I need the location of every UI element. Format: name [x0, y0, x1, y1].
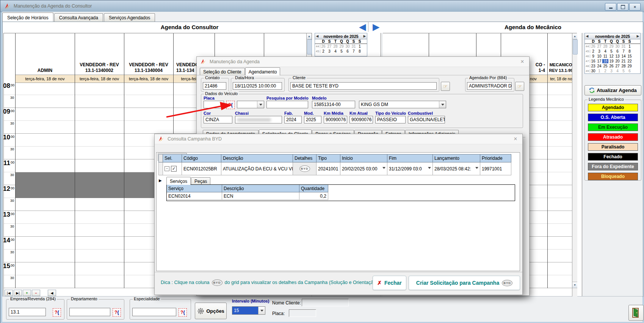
- calendar-day[interactable]: 5: [338, 49, 345, 53]
- scroll-up-icon[interactable]: ▲: [307, 33, 312, 39]
- calendar-day[interactable]: 27: [614, 64, 620, 68]
- calendar-day[interactable]: 28: [602, 44, 608, 48]
- calendar-next-icon[interactable]: ▶: [364, 34, 366, 38]
- calendar-day[interactable]: 22: [627, 59, 633, 63]
- campanha-checkbox[interactable]: ✓: [171, 166, 177, 172]
- cell-detalhes[interactable]: BYD: [293, 162, 317, 175]
- calendar-day[interactable]: 2: [590, 49, 596, 53]
- combo-arrow-icon[interactable]: [475, 167, 478, 170]
- scroll-up-icon[interactable]: ▲: [572, 33, 577, 39]
- calendar-day[interactable]: 7: [351, 49, 357, 53]
- calendar-day[interactable]: 26: [608, 64, 614, 68]
- calendar-day[interactable]: 1: [357, 44, 363, 48]
- mecanico-scrollbar[interactable]: ▲ ▼: [572, 33, 577, 296]
- combo-arrow-icon[interactable]: [257, 101, 264, 108]
- placa-input[interactable]: [204, 101, 224, 108]
- calendar-day[interactable]: 7: [620, 49, 627, 53]
- scroll-agendas-right-button[interactable]: ▶: [373, 22, 379, 32]
- header-inicio[interactable]: Início: [340, 154, 387, 162]
- calendar-day[interactable]: 13: [614, 54, 620, 58]
- modal-titlebar[interactable]: Consulta Campanha BYD ×: [155, 134, 522, 144]
- calendar-day[interactable]: 19: [608, 59, 614, 63]
- datahora-input[interactable]: 18/11/2025 10:00:00: [233, 82, 282, 90]
- criar-solicitacao-button[interactable]: Criar Solicitação para Campanha BYD: [409, 276, 520, 290]
- especialidade-input[interactable]: [132, 308, 176, 316]
- fab-input[interactable]: 2024: [284, 116, 302, 123]
- calendar-day[interactable]: 5: [620, 69, 627, 73]
- calendar-day[interactable]: 8: [357, 49, 363, 53]
- mod-input[interactable]: 2025: [304, 116, 321, 123]
- tab-selecao-do-cliente[interactable]: Seleção do Cliente: [200, 68, 245, 75]
- calendar-day[interactable]: 1: [596, 69, 602, 73]
- calendar-day[interactable]: 21: [620, 59, 627, 63]
- close-button[interactable]: ×: [629, 3, 641, 11]
- combo-arrow-icon[interactable]: [428, 167, 431, 170]
- scrollbar-thumb[interactable]: [573, 39, 578, 55]
- calendar-day[interactable]: 16: [590, 59, 596, 63]
- exit-button[interactable]: [628, 305, 644, 321]
- modal-titlebar[interactable]: Manutenção da Agenda ×: [197, 57, 529, 67]
- atualizar-agenda-button[interactable]: Atualizar Agenda: [584, 85, 641, 95]
- calendar-day[interactable]: 26: [590, 44, 596, 48]
- cor-input[interactable]: CINZA: [204, 116, 232, 123]
- cell-lancamento[interactable]: 28/03/2025 08:42:: [433, 162, 480, 175]
- calendar-day[interactable]: 29: [608, 44, 614, 48]
- tab-selecao-de-horarios[interactable]: Seleção de Horários: [2, 12, 53, 22]
- modelo-select[interactable]: KING GS DM: [359, 101, 446, 108]
- header-tipo[interactable]: Tipo: [317, 154, 340, 162]
- minimize-button[interactable]: [605, 3, 616, 11]
- calendar-day[interactable]: 4: [602, 49, 608, 53]
- calendar-day[interactable]: 28: [332, 44, 338, 48]
- tipo-veiculo-input[interactable]: PASSEIO: [375, 116, 406, 123]
- servicos-table-row[interactable]: ECN02014 ECN 0,2: [167, 192, 515, 200]
- modal-close-button[interactable]: ×: [519, 58, 526, 66]
- calendar-day[interactable]: 5: [608, 49, 614, 53]
- mecanico-calendar[interactable]: ◀ novembro de 2025 ▶ DSTQQSS442627282930…: [584, 33, 641, 74]
- agendado-por-input[interactable]: ADMINISTRADOR DO SISTEMA: [467, 82, 512, 90]
- tab-agendamento[interactable]: Agendamento: [245, 67, 280, 75]
- especialidade-help-button[interactable]: ?{: [179, 308, 187, 317]
- tab-servicos-agendados[interactable]: Serviços Agendados: [104, 13, 155, 22]
- combo-arrow-icon[interactable]: [258, 307, 265, 314]
- header-codigo[interactable]: Código: [182, 154, 221, 162]
- calendar-day[interactable]: 6: [627, 69, 633, 73]
- calendar-day[interactable]: 12: [608, 54, 614, 58]
- calendar-day[interactable]: 8: [627, 49, 633, 53]
- cell-inicio[interactable]: 20/02/2025 03:00: [340, 162, 387, 175]
- cliente-input[interactable]: BASE DE TESTE BYD: [290, 82, 437, 90]
- calendar-day[interactable]: 28: [620, 64, 627, 68]
- calendar-day[interactable]: 4: [614, 69, 620, 73]
- agendado-picker-button[interactable]: ☞: [515, 82, 524, 91]
- header-prioridade[interactable]: Prioridade: [480, 154, 511, 162]
- calendar-next-icon[interactable]: ▶: [637, 34, 639, 38]
- byd-badge-icon[interactable]: BYD: [299, 165, 310, 172]
- calendar-day[interactable]: 27: [596, 44, 602, 48]
- calendar-day[interactable]: 2: [602, 69, 608, 73]
- nav-back-button[interactable]: ◀: [48, 290, 56, 296]
- header-descricao[interactable]: Descrição: [221, 154, 293, 162]
- combustivel-input[interactable]: GASOLINA/ELETRIC: [408, 116, 445, 123]
- chassi-input[interactable]: [235, 116, 282, 123]
- header-sel[interactable]: Sel.: [163, 154, 182, 162]
- campanha-table-row[interactable]: − ✓ ECN0012025BR ATUALIZAÇÃO DA ECU & VC…: [158, 162, 511, 175]
- cliente-picker-button[interactable]: ☞: [441, 82, 450, 91]
- calendar-day[interactable]: 31: [351, 44, 357, 48]
- calendar-day[interactable]: 15: [627, 54, 633, 58]
- pesquisa-modelo-input[interactable]: [266, 101, 308, 108]
- tab-consulta-avancada[interactable]: Consulta Avançada: [54, 13, 103, 22]
- opcoes-button[interactable]: Opções: [195, 303, 227, 319]
- maximize-button[interactable]: [617, 3, 628, 11]
- consultor-calendar[interactable]: ◀ novembro de 2025 ▶ DSTQQSS442627282930…: [315, 33, 367, 56]
- departamento-help-button[interactable]: ?{: [113, 308, 121, 317]
- modelo-codigo-input[interactable]: 15851314-00: [312, 101, 355, 108]
- nav-first-button[interactable]: |◀: [5, 290, 13, 296]
- calendar-day[interactable]: 4: [332, 49, 338, 53]
- km-atual-input[interactable]: 90090076: [349, 116, 373, 123]
- calendar-day[interactable]: 6: [345, 49, 351, 53]
- calendar-day[interactable]: 3: [608, 69, 614, 73]
- placa-help-button[interactable]: ?{: [226, 101, 235, 109]
- header-servico[interactable]: Serviço: [167, 185, 222, 192]
- header-quantidade[interactable]: Quantidade: [299, 185, 328, 192]
- calendar-day[interactable]: 24: [596, 64, 602, 68]
- calendar-day[interactable]: 17: [596, 59, 602, 63]
